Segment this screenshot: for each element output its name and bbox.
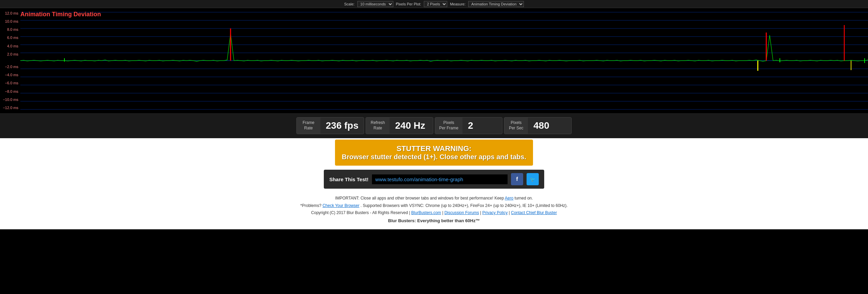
stat-label-hz: RefreshRate	[366, 118, 390, 133]
footer-important-text: IMPORTANT: Close all apps and other brow…	[335, 196, 505, 201]
facebook-share-button[interactable]: f	[511, 173, 523, 185]
share-url-input[interactable]	[372, 174, 508, 184]
pixels-per-plot-select[interactable]: 2 Pixels	[424, 1, 447, 7]
stat-label-fps: FrameRate	[297, 118, 320, 133]
y-label-neg10: −10.0 ms	[1, 98, 18, 102]
footer-copyright-line: Copyright (C) 2017 Blur Busters - All Ri…	[7, 209, 861, 217]
copyright-text: Copyright (C) 2017 Blur Busters - All Ri…	[311, 210, 411, 215]
pixels-per-plot-label: Pixels Per Plot:	[396, 2, 421, 6]
stat-box-ppf: PixelsPer Frame 2	[435, 117, 502, 134]
footer-important-line: IMPORTANT: Close all apps and other brow…	[7, 195, 861, 202]
chart-area	[20, 8, 868, 113]
footer-area: IMPORTANT: Close all apps and other brow…	[0, 191, 868, 229]
stat-value-ppf: 2	[462, 118, 479, 134]
stat-label-ppf: PixelsPer Frame	[435, 118, 462, 133]
y-axis: 12.0 ms 10.0 ms 8.0 ms 6.0 ms 4.0 ms 2.0…	[0, 8, 20, 113]
twitter-icon: 🐦	[530, 177, 535, 182]
stats-row: FrameRate 236 fps RefreshRate 240 Hz Pix…	[0, 113, 868, 138]
y-label-neg8: −8.0 ms	[1, 90, 18, 93]
measure-select[interactable]: Animation Timing Deviation	[468, 1, 524, 7]
warning-banner: STUTTER WARNING: Browser stutter detecte…	[335, 140, 533, 166]
footer-tagline: Blur Busters: Everything better than 60H…	[7, 217, 861, 225]
privacy-policy-link[interactable]: Privacy Policy	[482, 210, 508, 215]
scale-select[interactable]: 10 milliseconds	[357, 1, 393, 7]
y-label-neg6: −6.0 ms	[1, 81, 18, 85]
stat-box-fps: FrameRate 236 fps	[296, 117, 364, 134]
scale-label: Scale:	[344, 2, 355, 6]
y-label-10: 10.0 ms	[1, 20, 18, 23]
warning-subtitle: Browser stutter detected (1+). Close oth…	[342, 153, 526, 161]
top-controls-bar: Scale: 10 milliseconds Pixels Per Plot: …	[0, 0, 868, 8]
measure-label: Measure:	[450, 2, 466, 6]
stat-value-hz: 240 Hz	[390, 118, 431, 134]
contact-link[interactable]: Contact Chief Blur Buster	[511, 210, 557, 215]
check-browser-link[interactable]: Check Your Browser	[322, 203, 359, 208]
problems-text: *Problems?	[300, 203, 322, 208]
twitter-share-button[interactable]: 🐦	[527, 173, 539, 185]
green-signal	[20, 34, 868, 61]
y-label-neg12: −12.0 ms	[1, 106, 18, 110]
y-label-neg4: −4.0 ms	[1, 73, 18, 77]
y-label-2: 2.0 ms	[1, 52, 18, 56]
chart-title: Animation Timing Deviation	[20, 11, 101, 18]
facebook-icon: f	[516, 176, 518, 182]
y-label-8: 8.0 ms	[1, 28, 18, 31]
share-row: Share This Test! f 🐦	[324, 170, 544, 189]
supported-browsers-text: . Supported Browsers with VSYNC: Chrome …	[360, 203, 568, 208]
stat-box-hz: RefreshRate 240 Hz	[366, 117, 433, 134]
y-label-6: 6.0 ms	[1, 36, 18, 40]
bottom-section: FrameRate 236 fps RefreshRate 240 Hz Pix…	[0, 113, 868, 229]
stat-value-fps: 236 fps	[320, 118, 364, 134]
y-label-4: 4.0 ms	[1, 44, 18, 48]
y-label-12: 12.0 ms	[1, 12, 18, 15]
stat-value-pps: 480	[528, 118, 555, 134]
stat-label-pps: PixelsPer Sec	[504, 118, 528, 133]
share-label: Share This Test!	[329, 176, 369, 182]
discussion-forums-link[interactable]: Discussion Forums	[445, 210, 479, 215]
blurbusters-link[interactable]: BlurBusters.com	[411, 210, 441, 215]
footer-problems-line: *Problems? Check Your Browser . Supporte…	[7, 202, 861, 210]
stat-box-pps: PixelsPer Sec 480	[504, 117, 572, 134]
y-label-neg2: −2.0 ms	[1, 65, 18, 69]
aero-link[interactable]: Aero	[505, 196, 513, 201]
footer-turned-on: turned on.	[515, 196, 533, 201]
chart-svg	[20, 8, 868, 113]
warning-title: STUTTER WARNING:	[342, 144, 526, 153]
chart-container: Animation Timing Deviation 12.0 ms 10.0 …	[0, 8, 868, 113]
